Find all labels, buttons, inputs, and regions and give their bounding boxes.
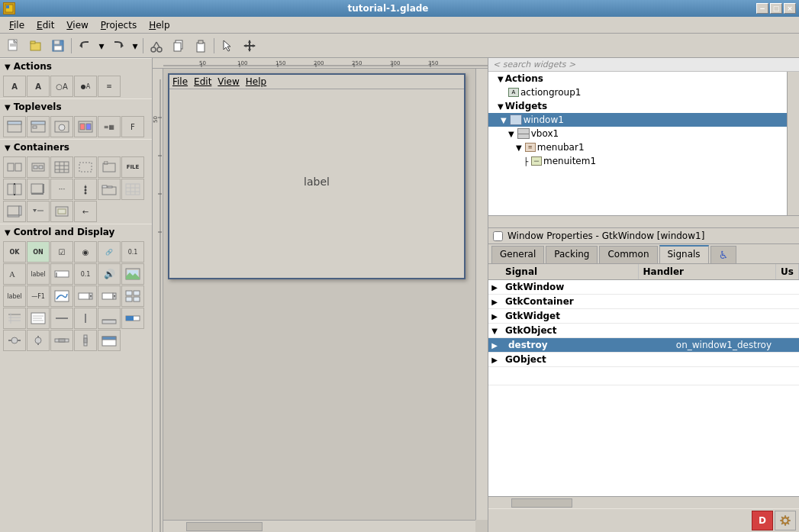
- tree-actions-group[interactable]: ▼ Actions: [488, 72, 799, 85]
- tree-menubar1[interactable]: ▼ ≡ menubar1: [488, 140, 799, 154]
- toolbar-drag-button[interactable]: [239, 36, 260, 56]
- toolbar-cut-button[interactable]: [146, 36, 167, 56]
- tree-actiongroup1[interactable]: A actiongroup1: [488, 85, 799, 99]
- signal-group-gtkcontainer[interactable]: ▶ GtkContainer: [488, 295, 799, 309]
- toolbar-undo-button[interactable]: [74, 36, 95, 56]
- widget-notebook[interactable]: [98, 179, 121, 200]
- menu-edit[interactable]: Edit: [31, 18, 60, 32]
- widget-volumebutton[interactable]: 🔊: [98, 263, 121, 285]
- widget-drawingarea[interactable]: [50, 285, 73, 307]
- widget-aboutdialog[interactable]: [50, 116, 73, 137]
- widget-entry[interactable]: [50, 263, 73, 285]
- gtkwidget-expand[interactable]: ▶: [488, 312, 501, 321]
- toolbar-new-button[interactable]: [3, 36, 24, 56]
- tree-window1[interactable]: ▼ window1: [488, 113, 799, 127]
- widget-alignment[interactable]: [50, 201, 73, 222]
- signal-group-gtkobject[interactable]: ▼ GtkObject: [488, 324, 799, 338]
- widget-calendar[interactable]: [98, 330, 121, 351]
- canvas-hscrollbar[interactable]: [163, 520, 475, 532]
- properties-checkbox[interactable]: [493, 231, 503, 241]
- gtkobject-expand[interactable]: ▼: [488, 327, 501, 335]
- widget-radiobutton[interactable]: ◉: [74, 241, 97, 263]
- signal-group-gobject[interactable]: ▶ GObject: [488, 353, 799, 367]
- widget-fixed[interactable]: [74, 156, 97, 178]
- tab-common[interactable]: Common: [599, 246, 657, 263]
- widget-image[interactable]: [121, 263, 144, 285]
- widget-accellabel[interactable]: label: [27, 263, 50, 285]
- widget-label[interactable]: A: [3, 263, 26, 285]
- widget-separator-v[interactable]: [74, 308, 97, 329]
- widget-spinbutton3[interactable]: 0.1: [74, 263, 97, 285]
- widget-aspectframe[interactable]: ←: [74, 201, 97, 222]
- tab-general[interactable]: General: [491, 246, 544, 263]
- widget-treeview[interactable]: [3, 308, 26, 329]
- toolbar-paste-button[interactable]: [190, 36, 211, 56]
- tree-vscrollbar[interactable]: [787, 72, 799, 215]
- tree-menuitem1[interactable]: ├ — menuitem1: [488, 154, 799, 168]
- widget-search-bar[interactable]: < search widgets >: [488, 58, 799, 72]
- minimize-button[interactable]: −: [756, 3, 768, 14]
- menu-view[interactable]: View: [60, 18, 94, 32]
- tree-hscrollbar[interactable]: [488, 215, 799, 227]
- toolbar-undo-dropdown[interactable]: ▾: [96, 36, 107, 56]
- signal-destroy[interactable]: ▶ destroy on_window1_destroy: [488, 338, 799, 353]
- widget-combobox[interactable]: [74, 285, 97, 307]
- preferences-button[interactable]: [775, 511, 796, 530]
- widget-filechooser[interactable]: ≡▦: [98, 116, 121, 137]
- widget-actiongroup[interactable]: ≡: [98, 76, 121, 97]
- menu-projects[interactable]: Projects: [95, 18, 143, 32]
- canvas-vscrollbar[interactable]: [475, 69, 488, 520]
- canvas-hscrollbar-thumb[interactable]: [186, 522, 263, 531]
- tab-packing[interactable]: Packing: [546, 246, 598, 263]
- widget-table[interactable]: [50, 156, 73, 178]
- widget-checkbutton[interactable]: ☑: [50, 241, 73, 263]
- widget-separator-h[interactable]: [50, 308, 73, 329]
- signals-hscrollbar[interactable]: [488, 496, 799, 508]
- tree-vbox1[interactable]: ▼ vbox1: [488, 127, 799, 140]
- toolbar-save-button[interactable]: [47, 36, 69, 56]
- destroy-expand[interactable]: ▶: [488, 341, 501, 350]
- tab-signals[interactable]: Signals: [659, 245, 709, 263]
- section-containers-header[interactable]: ▼ Containers: [0, 139, 152, 155]
- widget-paned[interactable]: [3, 179, 26, 200]
- close-button[interactable]: ×: [784, 3, 796, 14]
- widget-progressbar[interactable]: [121, 308, 144, 329]
- widget-grid[interactable]: [121, 179, 144, 200]
- widget-label2[interactable]: label: [3, 285, 26, 307]
- toolbar-select-button[interactable]: [217, 36, 238, 56]
- section-control-header[interactable]: ▼ Control and Display: [0, 224, 152, 240]
- signal-group-gtkwidget[interactable]: ▶ GtkWidget: [488, 309, 799, 324]
- widget-linkbutton[interactable]: 🔗: [98, 241, 121, 263]
- widget-filechooserwidget[interactable]: FILE: [121, 156, 144, 178]
- widget-comboboxentry[interactable]: [98, 285, 121, 307]
- widget-scrolledwindow[interactable]: [3, 201, 26, 222]
- widget-spinbutton2[interactable]: 0.1: [121, 241, 144, 263]
- debug-button[interactable]: D: [752, 511, 773, 530]
- widget-statusbar[interactable]: [98, 308, 121, 329]
- gtkcontainer-expand[interactable]: ▶: [488, 298, 501, 306]
- widget-expander[interactable]: [27, 201, 50, 222]
- widget-togglebutton[interactable]: ON: [27, 241, 50, 263]
- tab-accessibility[interactable]: ♿: [710, 246, 737, 263]
- widget-hscale[interactable]: [3, 330, 26, 351]
- widget-window[interactable]: [3, 116, 26, 137]
- section-toplevels-header[interactable]: ▼ Toplevels: [0, 98, 152, 114]
- widget-fontselection[interactable]: F: [121, 116, 144, 137]
- widget-box[interactable]: [3, 156, 26, 178]
- widget-action[interactable]: A: [3, 76, 26, 97]
- toolbar-redo-dropdown[interactable]: ▾: [130, 36, 140, 56]
- widget-accellabel2[interactable]: —F1: [27, 285, 50, 307]
- widget-hscrollbar[interactable]: [50, 330, 73, 351]
- menu-file[interactable]: File: [3, 18, 31, 32]
- tree-widgets-group[interactable]: ▼ Widgets: [488, 99, 799, 113]
- widget-button[interactable]: OK: [3, 241, 26, 263]
- section-actions-header[interactable]: ▼ Actions: [0, 58, 152, 74]
- toolbar-open-button[interactable]: [25, 36, 47, 56]
- signals-hscrollbar-thumb[interactable]: [511, 498, 572, 508]
- widget-dialog[interactable]: [27, 116, 50, 137]
- widget-recent-action[interactable]: ●A: [74, 76, 97, 97]
- signal-group-gtkwindow[interactable]: ▶ GtkWindow: [488, 280, 799, 295]
- widget-vbox[interactable]: [74, 179, 97, 200]
- toolbar-redo-button[interactable]: [108, 36, 129, 56]
- widget-buttonbox[interactable]: [27, 156, 50, 178]
